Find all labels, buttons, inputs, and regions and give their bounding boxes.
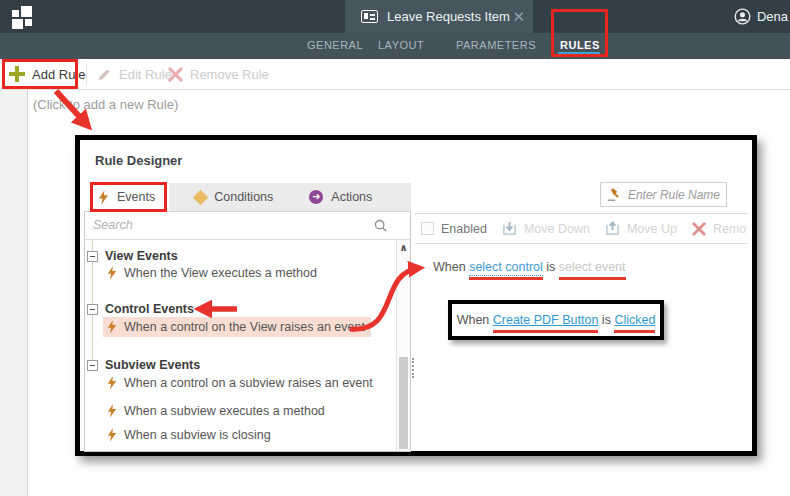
document-tab-title: Leave Requests Item (387, 9, 510, 24)
collapse-icon[interactable] (87, 251, 98, 262)
move-up-label[interactable]: Move Up (627, 222, 677, 236)
rule-name-field (600, 182, 727, 207)
app-window: Leave Requests Item ✕ Dena GENERAL LAYOU… (0, 0, 790, 496)
nav-bar: GENERAL LAYOUT PARAMETERS RULES (0, 33, 790, 59)
lightning-icon (107, 376, 117, 390)
lightning-icon (107, 320, 117, 334)
collapse-icon[interactable] (87, 360, 98, 371)
create-pdf-button-link[interactable]: Create PDF Button (493, 313, 599, 327)
rule-editor-pane: Enabled Move Down Move Up Remove (415, 213, 747, 451)
rule-definition-line: When select control is select event (433, 260, 626, 274)
clicked-event-link[interactable]: Clicked (614, 313, 655, 327)
tree-item-selected[interactable]: When a control on the View raises an eve… (103, 316, 371, 338)
rules-toolbar: Add Rule Edit Rule Remove Rule (0, 59, 790, 90)
add-rule-button[interactable]: Add Rule (9, 59, 85, 89)
lightning-icon (107, 266, 117, 280)
plus-icon (9, 66, 25, 82)
lightning-icon (107, 428, 117, 442)
scrollbar-thumb[interactable] (399, 357, 408, 449)
tree-item[interactable]: When the View executes a method (103, 262, 323, 284)
tab-conditions[interactable]: Conditions (181, 183, 287, 211)
lightning-icon (98, 190, 109, 205)
events-tree: View Events When the View executes a met… (85, 240, 410, 451)
arrow-circle-icon: ➜ (309, 190, 323, 204)
example-rule-callout: When Create PDF Button is Clicked (448, 300, 664, 340)
rule-name-input[interactable] (620, 188, 720, 202)
user-account[interactable]: Dena (734, 0, 788, 33)
annotation-underline: select event (559, 260, 626, 280)
annotation-underline: select control (469, 260, 543, 280)
pencil-icon (97, 67, 112, 82)
user-name: Dena (757, 9, 788, 24)
tree-item[interactable]: When a subview executes a method (103, 400, 331, 422)
move-down-label[interactable]: Move Down (524, 222, 590, 236)
tab-parameters[interactable]: PARAMETERS (456, 33, 536, 59)
move-down-icon[interactable] (502, 221, 517, 236)
events-browser-pane: View Events When the View executes a met… (84, 211, 411, 452)
app-logo-icon[interactable] (12, 6, 36, 28)
collapse-icon[interactable] (87, 304, 98, 315)
remove-label[interactable]: Remove (713, 222, 747, 236)
document-tab[interactable]: Leave Requests Item ✕ (345, 0, 533, 33)
move-up-icon[interactable] (605, 221, 620, 236)
search-bar (85, 212, 410, 240)
tree-item[interactable]: When a subview is closing (103, 424, 277, 446)
search-icon[interactable] (374, 219, 388, 233)
enabled-label: Enabled (441, 222, 487, 236)
rule-designer-tabs: Events Conditions ➜ Actions (84, 183, 411, 211)
rule-designer-dialog: Rule Designer Events Conditions ➜ Action… (75, 135, 757, 456)
search-input[interactable] (85, 212, 410, 238)
toolbar-divider (86, 63, 87, 85)
x-icon (168, 67, 183, 82)
tab-layout[interactable]: LAYOUT (378, 33, 424, 59)
empty-rules-hint[interactable]: (Click to add a new Rule) (33, 97, 178, 112)
scroll-up-icon[interactable]: ∧ (397, 242, 410, 253)
remove-rule-button[interactable]: Remove Rule (168, 59, 269, 89)
gavel-icon (607, 188, 620, 202)
form-item-icon (361, 10, 378, 23)
active-tab-underline (558, 52, 600, 55)
tab-actions[interactable]: ➜ Actions (295, 183, 386, 211)
edit-rule-button[interactable]: Edit Rule (97, 59, 172, 89)
remove-x-icon[interactable] (692, 222, 706, 236)
annotation-underline: Clicked (614, 313, 655, 333)
rule-editor-toolbar: Enabled Move Down Move Up Remove (415, 214, 747, 244)
person-icon (734, 8, 751, 25)
tab-rules[interactable]: RULES (560, 33, 600, 59)
select-control-link[interactable]: select control (469, 260, 543, 276)
dialog-title: Rule Designer (95, 153, 182, 168)
enabled-checkbox[interactable] (421, 222, 434, 235)
tab-events[interactable]: Events (84, 183, 169, 211)
tree-scrollbar[interactable]: ∧ (396, 240, 410, 451)
lightning-icon (107, 404, 117, 418)
tree-item[interactable]: When a control on a subview raises an ev… (103, 372, 379, 394)
annotation-underline: Create PDF Button (493, 313, 599, 333)
top-bar: Leave Requests Item ✕ Dena (0, 0, 790, 33)
select-event-link[interactable]: select event (559, 260, 626, 274)
tab-general[interactable]: GENERAL (307, 33, 363, 59)
collapsed-side-rail[interactable] (0, 90, 28, 496)
close-tab-icon[interactable]: ✕ (512, 8, 525, 26)
diamond-icon (193, 189, 209, 205)
